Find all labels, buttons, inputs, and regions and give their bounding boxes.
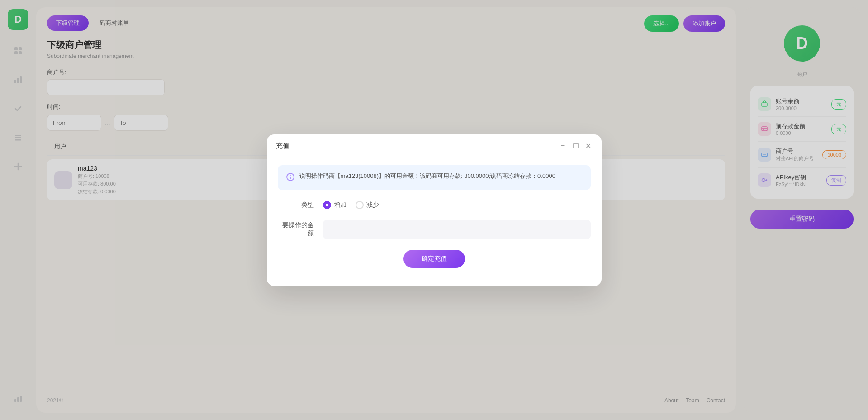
radio-decrease-dot [356, 201, 364, 209]
modal-info-text: 说明操作码商【ma123(10008)】的可用金额！该码商可用存款: 800.0… [299, 172, 555, 181]
modal-header: 充值 − ✕ [267, 134, 602, 156]
modal-overlay[interactable]: 充值 − ✕ [0, 0, 868, 420]
type-label: 类型 [278, 201, 323, 209]
confirm-recharge-button[interactable]: 确定充值 [403, 250, 465, 268]
modal-info-box: 说明操作码商【ma123(10008)】的可用金额！该码商可用存款: 800.0… [278, 165, 591, 190]
radio-increase[interactable]: 增加 [323, 201, 346, 209]
amount-input[interactable] [323, 220, 591, 239]
modal-maximize-button[interactable] [572, 142, 580, 150]
modal-info-icon [286, 172, 295, 184]
radio-increase-label: 增加 [334, 201, 346, 209]
modal-close-button[interactable]: ✕ [584, 142, 593, 150]
radio-decrease[interactable]: 减少 [356, 201, 379, 209]
radio-increase-dot [323, 201, 331, 209]
modal-body: 说明操作码商【ma123(10008)】的可用金额！该码商可用存款: 800.0… [267, 156, 602, 286]
radio-decrease-label: 减少 [366, 201, 379, 209]
modal-title: 充值 [276, 142, 289, 150]
amount-label: 要操作的金额 [278, 221, 323, 238]
svg-rect-20 [574, 143, 578, 148]
radio-group: 增加 减少 [323, 201, 379, 209]
modal-minimize-button[interactable]: − [559, 142, 567, 150]
svg-point-22 [290, 175, 291, 176]
type-form-row: 类型 增加 减少 [278, 201, 591, 209]
modal-footer: 确定充值 [278, 250, 591, 272]
amount-form-row: 要操作的金额 [278, 220, 591, 239]
modal-controls: − ✕ [559, 142, 593, 150]
recharge-modal: 充值 − ✕ [267, 134, 602, 286]
